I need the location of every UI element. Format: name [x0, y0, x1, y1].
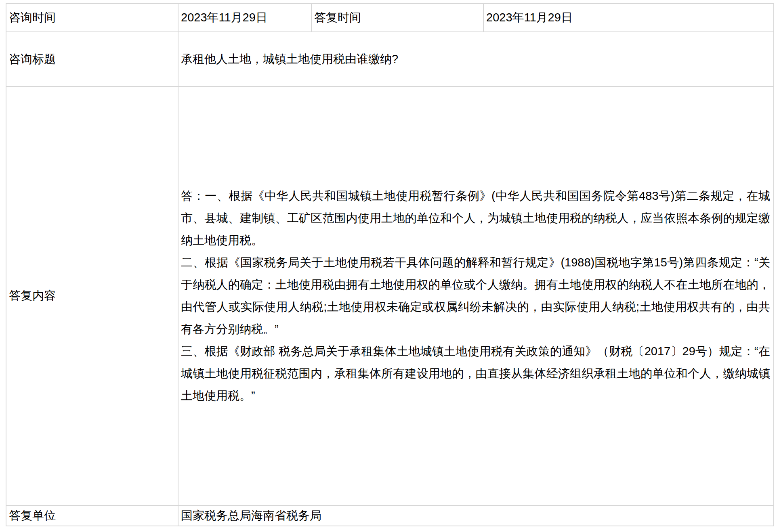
consult-title-label: 咨询标题: [6, 32, 178, 86]
consultation-record-page: 咨询时间 2023年11月29日 答复时间 2023年11月29日 咨询标题 承…: [0, 0, 779, 532]
consultation-table: 咨询时间 2023年11月29日 答复时间 2023年11月29日 咨询标题 承…: [6, 3, 774, 526]
reply-content-label: 答复内容: [6, 86, 178, 505]
consult-time-value: 2023年11月29日: [178, 4, 311, 32]
reply-content-cell: 答：一、根据《中华人民共和国城镇土地使用税暂行条例》(中华人民共和国国务院令第4…: [178, 86, 774, 505]
table-row-unit: 答复单位 国家税务总局海南省税务局: [6, 505, 774, 526]
reply-paragraph-2: 二、根据《国家税务局关于土地使用税若干具体问题的解释和暂行规定》(1988)国税…: [181, 251, 770, 340]
reply-paragraph-3: 三、根据《财政部 税务总局关于承租集体土地城镇土地使用税有关政策的通知》（财税〔…: [181, 340, 770, 407]
table-row-times: 咨询时间 2023年11月29日 答复时间 2023年11月29日: [6, 4, 774, 32]
reply-content-text: 答：一、根据《中华人民共和国城镇土地使用税暂行条例》(中华人民共和国国务院令第4…: [181, 185, 770, 407]
table-row-content: 答复内容 答：一、根据《中华人民共和国城镇土地使用税暂行条例》(中华人民共和国国…: [6, 86, 774, 505]
reply-unit-label: 答复单位: [6, 505, 178, 526]
reply-paragraph-1: 答：一、根据《中华人民共和国城镇土地使用税暂行条例》(中华人民共和国国务院令第4…: [181, 185, 770, 251]
reply-unit-value: 国家税务总局海南省税务局: [178, 505, 774, 526]
table-row-title: 咨询标题 承租他人土地，城镇土地使用税由谁缴纳?: [6, 32, 774, 86]
consult-time-label: 咨询时间: [6, 4, 178, 32]
consult-title-value: 承租他人土地，城镇土地使用税由谁缴纳?: [178, 32, 774, 86]
reply-time-label: 答复时间: [311, 4, 483, 32]
reply-time-value: 2023年11月29日: [483, 4, 774, 32]
